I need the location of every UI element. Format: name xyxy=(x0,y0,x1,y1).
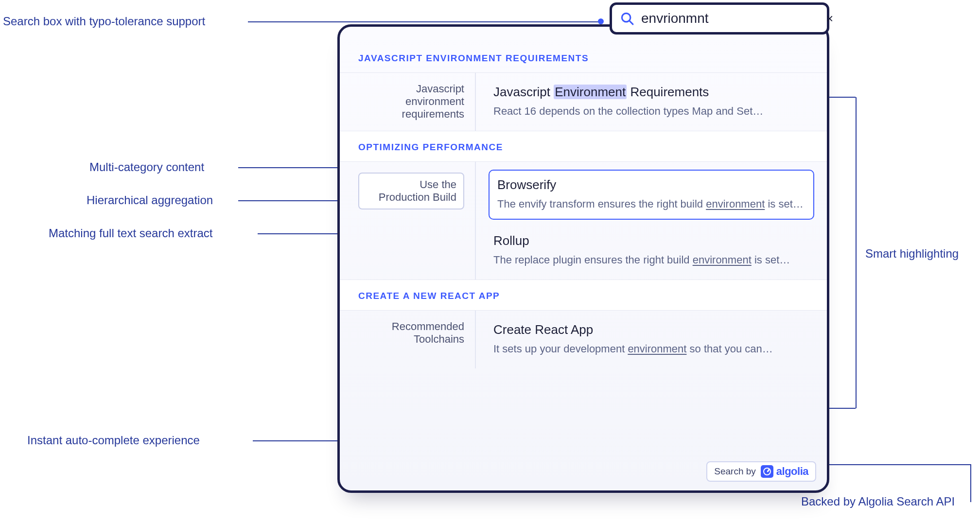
search-results-panel: × JAVASCRIPT ENVIRONMENT REQUIREMENTS Ja… xyxy=(337,24,829,493)
svg-line-1 xyxy=(630,21,633,24)
result-hit[interactable]: Create React App It sets up your develop… xyxy=(489,318,814,361)
hit-title: Create React App xyxy=(493,322,809,337)
result-category: Javascript environment requirements xyxy=(340,73,476,131)
result-category: Recommended Toolchains xyxy=(340,311,476,368)
clear-icon[interactable]: × xyxy=(822,9,837,28)
connector-line xyxy=(253,440,339,441)
connector-line xyxy=(970,464,971,502)
hit-title: Browserify xyxy=(497,177,805,192)
annotation-autocomplete: Instant auto-complete experience xyxy=(27,434,200,447)
connector-line xyxy=(238,167,342,168)
algolia-icon xyxy=(761,465,773,478)
group-header: JAVASCRIPT ENVIRONMENT REQUIREMENTS xyxy=(340,42,827,73)
annotation-hierarchical: Hierarchical aggregation xyxy=(87,193,213,207)
connector-dot xyxy=(598,18,604,24)
result-row[interactable]: Use the Production Build Browserify The … xyxy=(340,162,827,279)
result-group: OPTIMIZING PERFORMANCE Use the Productio… xyxy=(340,131,827,279)
connector-line xyxy=(829,464,970,465)
annotation-searchbox: Search box with typo-tolerance support xyxy=(3,15,205,28)
annotation-smarthighlight: Smart highlighting xyxy=(865,247,959,261)
result-group: CREATE A NEW REACT APP Recommended Toolc… xyxy=(340,279,827,368)
hit-snippet: The replace plugin ensures the right bui… xyxy=(493,252,809,268)
connector-line xyxy=(856,97,857,408)
hit-snippet: React 16 depends on the collection types… xyxy=(493,104,809,119)
annotation-multicategory: Multi-category content xyxy=(89,160,204,174)
algolia-logo: algolia xyxy=(761,465,808,478)
hit-title: Rollup xyxy=(493,233,809,248)
search-footer: Search by algolia xyxy=(706,461,816,482)
connector-line xyxy=(248,21,600,22)
result-group: JAVASCRIPT ENVIRONMENT REQUIREMENTS Java… xyxy=(340,42,827,131)
highlight: Environment xyxy=(554,85,627,99)
hit-snippet: The envify transform ensures the right b… xyxy=(497,196,805,212)
group-header: OPTIMIZING PERFORMANCE xyxy=(340,131,827,162)
result-row[interactable]: Recommended Toolchains Create React App … xyxy=(340,311,827,368)
result-row[interactable]: Javascript environment requirements Java… xyxy=(340,73,827,131)
hit-snippet: It sets up your development environment … xyxy=(493,341,809,357)
result-hit[interactable]: Javascript Environment Requirements Reac… xyxy=(489,81,814,123)
result-hit[interactable]: Rollup The replace plugin ensures the ri… xyxy=(489,229,814,272)
annotation-fulltext: Matching full text search extract xyxy=(49,227,212,240)
search-box[interactable]: × xyxy=(610,2,829,35)
hit-title: Javascript Environment Requirements xyxy=(493,85,809,100)
search-icon xyxy=(620,11,634,26)
algolia-badge[interactable]: Search by algolia xyxy=(706,461,816,482)
search-input[interactable] xyxy=(641,11,815,26)
searchby-label: Search by xyxy=(714,466,756,477)
result-category: Use the Production Build xyxy=(340,162,476,279)
annotation-backed: Backed by Algolia Search API xyxy=(801,495,955,508)
group-header: CREATE A NEW REACT APP xyxy=(340,279,827,311)
result-hit[interactable]: Browserify The envify transform ensures … xyxy=(489,170,814,220)
